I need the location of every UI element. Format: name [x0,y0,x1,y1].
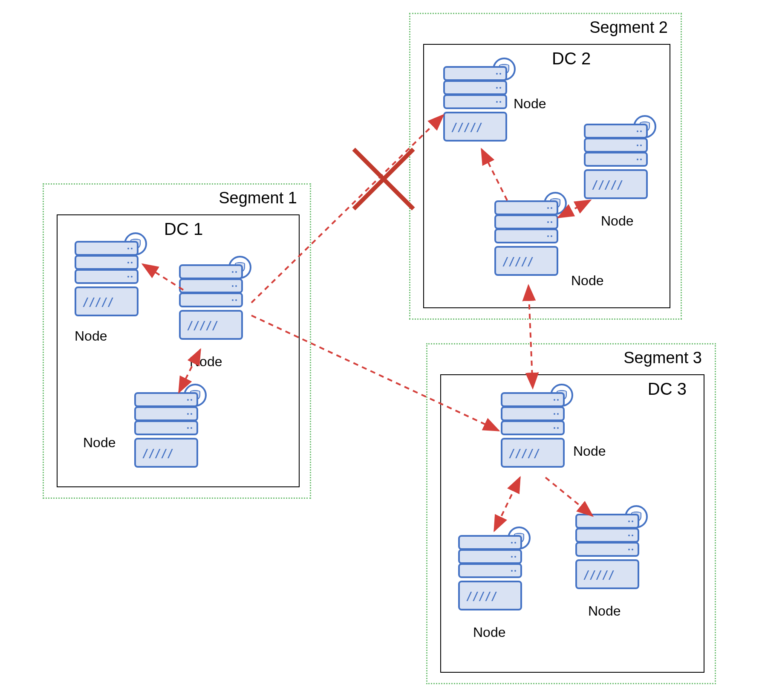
node-label: Node [601,213,634,229]
svg-line-12 [354,149,413,209]
svg-line-11 [354,149,413,209]
server-dc2-node3: ///// [494,200,558,286]
server-dc3-node1: ///// [501,392,565,477]
node-label: Node [514,96,546,112]
segment-3-label: Segment 3 [623,349,702,367]
segment-2-label: Segment 2 [589,18,668,37]
server-dc1-node2: ///// [179,264,243,350]
node-label: Node [588,603,621,619]
dc-2-label: DC 2 [552,49,591,68]
diagram-canvas: Segment 1 DC 1 Segment 2 DC 2 Segment 3 … [0,0,762,700]
dc-3-label: DC 3 [648,379,687,399]
server-dc1-node3: ///// [134,392,198,477]
node-label: Node [83,435,116,451]
node-label: Node [75,328,107,344]
server-dc2-node1: ///// [443,66,507,151]
node-label: Node [571,273,604,289]
server-dc3-node2: ///// [458,535,522,620]
segment-1-label: Segment 1 [219,189,297,207]
node-label: Node [573,443,606,459]
server-dc3-node3: ///// [575,514,639,599]
node-label: Node [190,354,222,370]
server-dc2-node2: ///// [584,124,648,209]
server-dc1-node1: ///// [75,241,139,326]
dc-1-label: DC 1 [164,220,203,239]
node-label: Node [473,625,506,640]
